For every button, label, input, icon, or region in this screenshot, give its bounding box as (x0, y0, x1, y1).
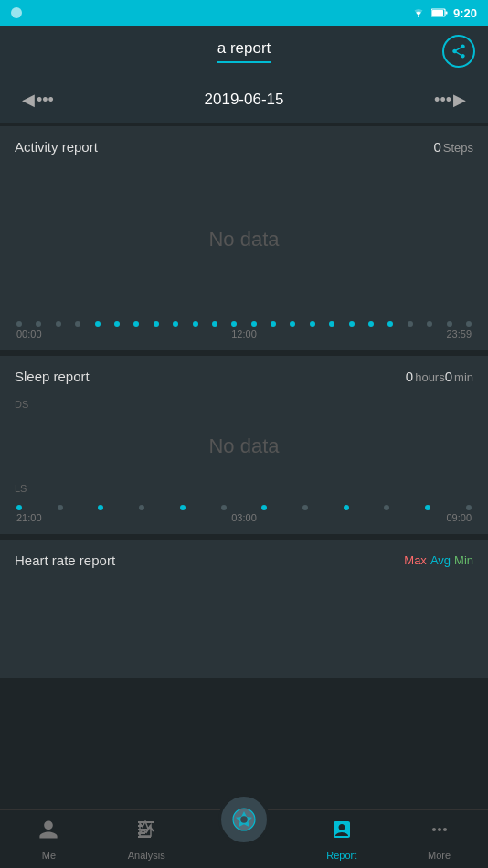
sleep-report-card: Sleep report 0hours0min DS LS No data (0, 356, 488, 534)
heart-max-label: Max (404, 553, 427, 567)
nav-label-me: Me (42, 850, 56, 861)
report-icon (331, 819, 353, 846)
activity-card-header: Activity report 0Steps (15, 139, 473, 155)
nav-item-center[interactable] (196, 810, 293, 868)
sleep-time-start: 21:00 (16, 512, 42, 523)
activity-no-data: No data (208, 228, 279, 252)
dot (114, 321, 120, 327)
dot (16, 321, 22, 327)
status-bar: 9:20 (0, 0, 488, 26)
dot (329, 321, 334, 327)
activity-chart: No data (15, 162, 473, 317)
wifi-icon (411, 6, 426, 20)
header-title: a report (217, 39, 271, 63)
main-content: Activity report 0Steps No data (0, 126, 488, 813)
dot (98, 505, 103, 510)
dot (261, 505, 267, 510)
svg-rect-2 (432, 10, 443, 16)
time-label-mid: 12:00 (231, 328, 257, 339)
dot (75, 321, 80, 327)
dot (56, 321, 61, 327)
prev-date-button[interactable]: ◀••• (22, 90, 54, 110)
center-circle (218, 794, 270, 845)
sleep-time-mid: 03:00 (231, 512, 257, 523)
svg-point-6 (240, 816, 248, 823)
dot (133, 321, 139, 327)
dot (425, 505, 430, 510)
nav-label-report: Report (326, 850, 356, 861)
dot (384, 505, 389, 510)
sleep-dots (15, 505, 473, 510)
status-indicator (11, 7, 22, 18)
heart-rate-card: Heart rate report Max Avg Min (0, 540, 488, 678)
activity-report-title: Activity report (15, 139, 98, 155)
sleep-value: 0hours0min (406, 369, 473, 384)
dot (302, 505, 308, 510)
sleep-card-header: Sleep report 0hours0min (15, 369, 473, 384)
person-icon (37, 819, 59, 846)
date-navigation: ◀••• 2019-06-15 •••▶ (0, 77, 488, 123)
nav-label-more: More (428, 850, 451, 861)
dot (344, 505, 349, 510)
heart-rate-title: Heart rate report (15, 552, 115, 568)
nav-item-more[interactable]: More (390, 810, 488, 868)
current-date: 2019-06-15 (205, 91, 284, 109)
dot (154, 321, 159, 327)
dot (193, 321, 198, 327)
dot (427, 321, 432, 327)
activity-report-card: Activity report 0Steps No data (0, 126, 488, 350)
dot (271, 321, 276, 327)
dot (349, 321, 355, 327)
share-button[interactable] (442, 35, 475, 68)
dot (310, 321, 315, 327)
svg-rect-3 (445, 11, 447, 14)
nav-label-analysis: Analysis (128, 850, 165, 861)
bottom-navigation: Me Analysis Report (0, 809, 488, 868)
dot (95, 321, 101, 327)
heart-rate-chart (15, 575, 473, 667)
nav-item-me[interactable]: Me (0, 810, 98, 868)
dot (251, 321, 257, 327)
nav-item-report[interactable]: Report (292, 810, 390, 868)
sleep-no-data: No data (208, 434, 279, 458)
heart-rate-legend: Max Avg Min (404, 553, 473, 567)
time-label-end: 23:59 (446, 328, 472, 339)
next-date-button[interactable]: •••▶ (434, 90, 466, 110)
dot (466, 505, 472, 510)
dot (139, 505, 144, 510)
sleep-chart: No data (15, 391, 473, 501)
sleep-time-labels: 21:00 03:00 09:00 (15, 512, 473, 523)
dot (221, 505, 227, 510)
dot (180, 505, 186, 510)
dot (212, 321, 217, 327)
sleep-time-end: 09:00 (446, 512, 472, 523)
dot (466, 321, 472, 327)
dot (290, 321, 295, 327)
sleep-report-title: Sleep report (15, 369, 90, 384)
more-icon (429, 819, 451, 846)
svg-point-0 (418, 16, 419, 17)
dot (173, 321, 178, 327)
activity-dots (15, 321, 473, 327)
chart-icon (135, 819, 157, 846)
dot (58, 505, 63, 510)
dot (387, 321, 393, 327)
activity-steps-value: 0Steps (433, 139, 473, 155)
dot (408, 321, 413, 327)
battery-icon (431, 6, 448, 20)
dot (447, 321, 452, 327)
heart-min-label: Min (454, 553, 473, 567)
time-label-start: 00:00 (16, 328, 42, 339)
dot (231, 321, 237, 327)
time-display: 9:20 (453, 6, 477, 20)
activity-time-labels: 00:00 12:00 23:59 (15, 328, 473, 339)
dot (16, 505, 22, 510)
nav-item-analysis[interactable]: Analysis (98, 810, 196, 868)
heart-avg-label: Avg (430, 553, 451, 567)
app-header: a report (0, 26, 488, 77)
dot (36, 321, 41, 327)
status-right: 9:20 (411, 6, 477, 20)
heart-rate-header: Heart rate report Max Avg Min (15, 552, 473, 568)
dot (368, 321, 374, 327)
